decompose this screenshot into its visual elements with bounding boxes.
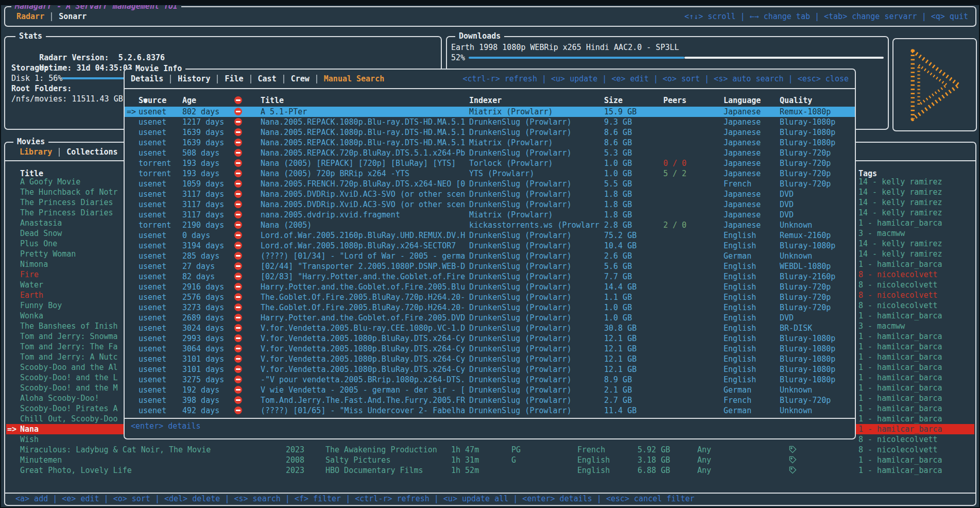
movie-studio: The Awakening Production [325, 445, 444, 455]
result-age: 2576 days [182, 292, 224, 302]
result-size: 12.1 GB [604, 354, 637, 364]
movie-title: Minutemen [20, 455, 278, 465]
search-result-row[interactable]: usenet2689 daysHarry.Potter.and.the.Gobl… [125, 313, 855, 323]
rejected-icon [234, 139, 242, 146]
movies-tab-library[interactable]: Library [20, 147, 52, 157]
result-quality: DVD [780, 313, 794, 323]
search-result-row[interactable]: usenet3024 daysV.for.Vendetta.2005.Blu-r… [125, 323, 855, 333]
result-language: Japanese [724, 189, 761, 199]
search-result-row[interactable]: usenet1059 daysNana.2005.FRENCH.720p.Blu… [125, 179, 855, 189]
search-result-row[interactable]: usenet2916 daysHarry.Potter.and.the.Gobl… [125, 282, 855, 292]
result-age: 2689 days [182, 313, 224, 323]
selection-arrow: => [7, 424, 16, 434]
result-size: 1.8 GB [604, 199, 632, 210]
search-result-row[interactable]: usenet285 days(????) [01/34] - "Lord of … [125, 251, 855, 261]
result-source: usenet [139, 395, 166, 405]
result-language: Japanese [724, 210, 761, 220]
movie-info-tab-file[interactable]: File [225, 74, 243, 84]
result-source: usenet [139, 272, 166, 282]
movies-tab-collections[interactable]: Collections [66, 147, 117, 157]
movie-info-tab-details[interactable]: Details [131, 74, 163, 84]
result-source: usenet [139, 405, 166, 416]
column-header-title[interactable]: Title [261, 95, 284, 106]
search-result-row[interactable]: usenet192 daysV wie Vendetta - 2005 - ge… [125, 385, 855, 395]
search-result-row[interactable]: usenet0 daysLord.of.War.2005.2160p.BluRa… [125, 230, 855, 241]
search-result-row[interactable]: usenet398 daysTom.And.Jerry.The.Fast.And… [125, 395, 855, 405]
result-age: 2190 days [182, 220, 224, 230]
movies-panel-title: Movies [13, 137, 48, 147]
result-quality: DVD [780, 189, 794, 199]
result-source: usenet [139, 323, 166, 333]
search-result-row[interactable]: usenet3117 daysNana.2005.DVDRip.XviD.AC3… [125, 199, 855, 210]
library-movie-row[interactable]: Miraculous: Ladybug & Cat Noir, The Movi… [6, 445, 974, 455]
library-movie-row[interactable]: Minutemen2008Salty Pictures1h 31mGEnglis… [6, 455, 974, 465]
search-result-row[interactable]: usenet3273 daysThe.Goblet.Of.Fire.2005.B… [125, 302, 855, 313]
movie-info-tab-manual-search[interactable]: Manual Search [324, 74, 384, 84]
search-result-row[interactable]: torrent193 daysNana (2005) [REPACK] [720… [125, 158, 855, 168]
search-result-row[interactable]: usenet1217 daysNana.2005.REPACK.1080p.Bl… [125, 117, 855, 127]
movie-tag: 1 - hamilcar_barca [858, 331, 973, 342]
result-source: usenet [139, 302, 166, 313]
result-age: 192 days [182, 385, 219, 395]
rejected-icon [234, 293, 242, 301]
search-result-row[interactable]: usenet1639 daysNana.2005.REPACK.1080p.Bl… [125, 127, 855, 138]
search-result-row[interactable]: usenet492 days(????) [01/65] - "Miss Und… [125, 405, 855, 416]
search-result-row[interactable]: usenet3275 days-"V pour vendetta.2005.BR… [125, 375, 855, 385]
search-result-row[interactable]: usenet3101 daysV.for.Vendetta.2005.1080p… [125, 364, 855, 375]
result-language: English [724, 292, 756, 302]
result-quality: Bluray-720p [780, 292, 831, 302]
result-quality: Bluray-720p [780, 282, 831, 292]
result-age: 193 days [182, 168, 219, 179]
result-language: French [724, 179, 751, 189]
result-title: Harry.Potter.and.the.Goblet.of.Fire.2005… [261, 313, 468, 323]
rejected-icon [234, 149, 242, 157]
movie-tag: 1 - hamilcar_barca [858, 465, 973, 476]
search-result-row[interactable]: =>usenet802 daysA 5.1-PTerMiatrix (Prowl… [125, 107, 855, 117]
column-header-source[interactable]: Source ▼ [139, 95, 143, 106]
movie-language: English [577, 465, 610, 476]
search-result-row[interactable]: torrent2190 daysNana (2005)kickasstorren… [125, 220, 855, 230]
tab-separator [250, 75, 251, 83]
search-result-row[interactable]: usenet3117 daysNana.2005.DVDRip.XviD.AC3… [125, 189, 855, 199]
result-indexer: DrunkenSlug (Prowlarr) [469, 344, 602, 354]
column-header-indexer[interactable]: Indexer [469, 95, 502, 106]
search-result-row[interactable]: usenet2576 daysThe.Goblet.Of.Fire.2005.B… [125, 292, 855, 302]
column-header-age[interactable]: Age [182, 95, 196, 106]
result-source: usenet [139, 230, 166, 241]
movie-info-footer-divider [125, 418, 855, 419]
result-size: 8.9 GB [604, 375, 632, 385]
result-size: 2.6 GB [604, 251, 632, 261]
movie-info-tab-cast[interactable]: Cast [258, 74, 277, 84]
result-age: 398 days [182, 395, 219, 405]
movie-info-tab-history[interactable]: History [178, 74, 210, 84]
library-movie-row[interactable]: Great Photo, Lovely Life2023HBO Document… [6, 465, 974, 476]
search-result-row[interactable]: usenet3194 daysLord.of.War.2005.1080p.Bl… [125, 241, 855, 251]
result-indexer: DrunkenSlug (Prowlarr) [469, 261, 602, 272]
search-result-row[interactable]: usenet3064 daysV.for.Vendetta.2005.1080p… [125, 344, 855, 354]
search-result-row[interactable]: usenet82 days[02/83] "Harry.Potter.and.t… [125, 272, 855, 282]
column-header-size[interactable]: Size [604, 95, 623, 106]
search-result-row[interactable]: usenet3101 daysV.for.Vendetta.2005.1080p… [125, 354, 855, 364]
result-size: 11.4 GB [604, 405, 637, 416]
search-result-row[interactable]: usenet508 daysNana.2005.REPACK.720p.BluR… [125, 148, 855, 158]
result-quality: Unknown [780, 405, 812, 416]
movie-info-tab-crew[interactable]: Crew [291, 74, 310, 84]
result-quality: Bluray-720p [780, 148, 831, 158]
column-header-language[interactable]: Language [724, 95, 761, 106]
result-source: usenet [139, 282, 166, 292]
result-language: English [724, 323, 756, 333]
result-indexer: YTS (Prowlarr) [469, 168, 602, 179]
servarr-tab-radarr[interactable]: Radarr [16, 11, 44, 22]
search-result-row[interactable]: usenet2993 daysV.for.Vendetta.2005.1080p… [125, 333, 855, 344]
result-language: Japanese [724, 168, 761, 179]
servarr-tab-sonarr[interactable]: Sonarr [59, 11, 87, 22]
search-result-row[interactable]: usenet27 days[02/44] "Transporter 2.2005… [125, 261, 855, 272]
tag-icon [789, 446, 797, 456]
column-header-peers[interactable]: Peers [663, 95, 686, 106]
column-header-quality[interactable]: Quality [780, 95, 812, 106]
search-result-row[interactable]: usenet1639 daysNana.2005.REPACK.1080p.Bl… [125, 138, 855, 148]
search-result-row[interactable]: torrent193 daysNana (2005) 720p BRRip x2… [125, 168, 855, 179]
result-language: English [724, 333, 756, 344]
result-source: usenet [139, 117, 166, 127]
search-result-row[interactable]: usenet3117 daysnana.2005.dvdrip.xvid.fra… [125, 210, 855, 220]
